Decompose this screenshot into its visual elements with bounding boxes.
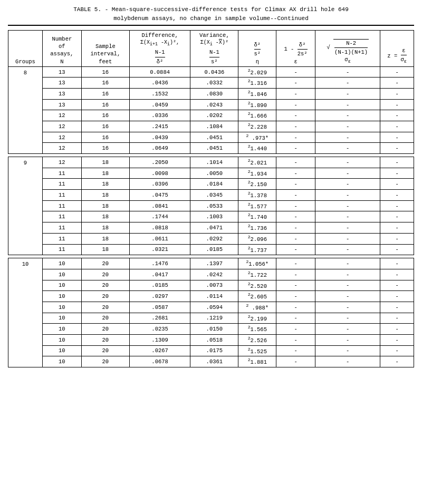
group-cell-8: 8 [8, 66, 43, 153]
n-cell: 12 [42, 157, 81, 168]
z2-cell: - [315, 99, 380, 110]
groups-header: Groups [8, 31, 43, 67]
diff-cell: .2681 [129, 313, 190, 324]
z3-cell: - [380, 190, 414, 201]
var-cell: .0533 [190, 200, 238, 211]
diff-cell: .0649 [129, 143, 190, 154]
z3-cell: - [380, 222, 414, 234]
eta-cell: 21.666 [238, 110, 276, 121]
z2-cell: - [315, 179, 380, 190]
eta-cell: 21.934 [238, 168, 276, 179]
z2-cell: - [315, 233, 380, 244]
eta-cell: 22.228 [238, 121, 276, 132]
z3-cell: - [380, 143, 414, 154]
z3-cell: - [380, 110, 414, 121]
z2-cell: - [315, 66, 380, 77]
interval-cell: 16 [81, 99, 129, 110]
n-cell: 12 [42, 143, 81, 154]
main-table: Groups Numberofassays,N Sampleinterval,f… [8, 30, 414, 367]
n-cell: 10 [42, 302, 81, 313]
var-cell: 0.0436 [190, 66, 238, 77]
diff-cell: .0396 [129, 179, 190, 190]
diff-cell: .0321 [129, 244, 190, 255]
z3-cell: - [380, 280, 414, 291]
interval-cell: 20 [81, 313, 129, 324]
diff-formula: Σ(Xi+1 -Xi)², [129, 39, 190, 47]
table-row: 1216.2415.108422.228--- [8, 121, 414, 132]
eta-cell: 22.096 [238, 233, 276, 244]
var-cell: .0451 [190, 143, 238, 154]
var-cell: .0184 [190, 179, 238, 190]
z3-cell: - [380, 244, 414, 255]
n-cell: 11 [42, 200, 81, 211]
table-row: 1216.0649.045121.440--- [8, 143, 414, 154]
z2-cell: - [315, 200, 380, 211]
n-cell: 10 [42, 269, 81, 280]
z2-cell: - [315, 132, 380, 143]
eta-cell: 21.316 [238, 77, 276, 89]
eta-cell: 21.525 [238, 345, 276, 356]
var-cell: .0243 [190, 99, 238, 110]
table-row: 1118.0321.018521.737--- [8, 244, 414, 255]
eta-cell: 21.846 [238, 89, 276, 100]
table-row: 1020.0587.05942 .988*--- [8, 302, 414, 313]
z1-cell: - [276, 211, 315, 222]
table-row: 1316.0459.024321.890--- [8, 99, 414, 110]
var-cell: .0594 [190, 302, 238, 313]
z3-cell: - [380, 132, 414, 143]
diff-cell: .0439 [129, 132, 190, 143]
var-cell: .0050 [190, 168, 238, 179]
interval-cell: 18 [81, 211, 129, 222]
eta-cell: 2 .973* [238, 132, 276, 143]
eta-header: δ² s² η [238, 31, 276, 67]
z1-cell: - [276, 200, 315, 211]
z1-cell: - [276, 258, 315, 269]
var-cell: .0185 [190, 244, 238, 255]
z1-cell: - [276, 222, 315, 234]
z1-cell: - [276, 291, 315, 302]
z2-cell: - [315, 244, 380, 255]
interval-cell: 18 [81, 244, 129, 255]
z1-cell: - [276, 66, 315, 77]
z3-cell: - [380, 157, 414, 168]
z1-cell: - [276, 324, 315, 335]
table-row: 1020.0235.015021.565--- [8, 324, 414, 335]
eta-cell: 21.440 [238, 143, 276, 154]
z3-cell: - [380, 233, 414, 244]
var-cell: .0451 [190, 132, 238, 143]
z2-cell: - [315, 222, 380, 234]
n-cell: 10 [42, 324, 81, 335]
table-row: 1316.0436.033221.316--- [8, 77, 414, 89]
z-ratio-header: z = ε σε [380, 31, 414, 67]
var-cell: .0345 [190, 190, 238, 201]
interval-cell: 20 [81, 345, 129, 356]
z1-cell: - [276, 269, 315, 280]
eta-cell: 22.021 [238, 157, 276, 168]
eta-cell: 21.740 [238, 211, 276, 222]
eta-cell: 21.722 [238, 269, 276, 280]
eta-cell: 21.378 [238, 190, 276, 201]
header-row-1: Groups Numberofassays,N Sampleinterval,f… [8, 31, 414, 40]
n-cell: 11 [42, 233, 81, 244]
table-row: 1118.0841.053321.577--- [8, 200, 414, 211]
z2-cell: - [315, 345, 380, 356]
var-cell: .0175 [190, 345, 238, 356]
eta-cell: 21.737 [238, 244, 276, 255]
z1-cell: - [276, 77, 315, 89]
diff-cell: .0475 [129, 190, 190, 201]
diff-cell: .1744 [129, 211, 190, 222]
interval-cell: 18 [81, 157, 129, 168]
var-cell: .1014 [190, 157, 238, 168]
interval-cell: 18 [81, 190, 129, 201]
table-row: 1118.0611.029222.096--- [8, 233, 414, 244]
z2-cell: - [315, 143, 380, 154]
interval-cell: 18 [81, 200, 129, 211]
z3-cell: - [380, 258, 414, 269]
number-of-assays-header: Numberofassays,N [42, 31, 81, 67]
sample-interval-header: Sampleinterval,feet [81, 31, 129, 67]
var-cell: .0830 [190, 89, 238, 100]
n-cell: 12 [42, 121, 81, 132]
z2-cell: - [315, 280, 380, 291]
eta-cell: 21.577 [238, 200, 276, 211]
interval-cell: 20 [81, 291, 129, 302]
